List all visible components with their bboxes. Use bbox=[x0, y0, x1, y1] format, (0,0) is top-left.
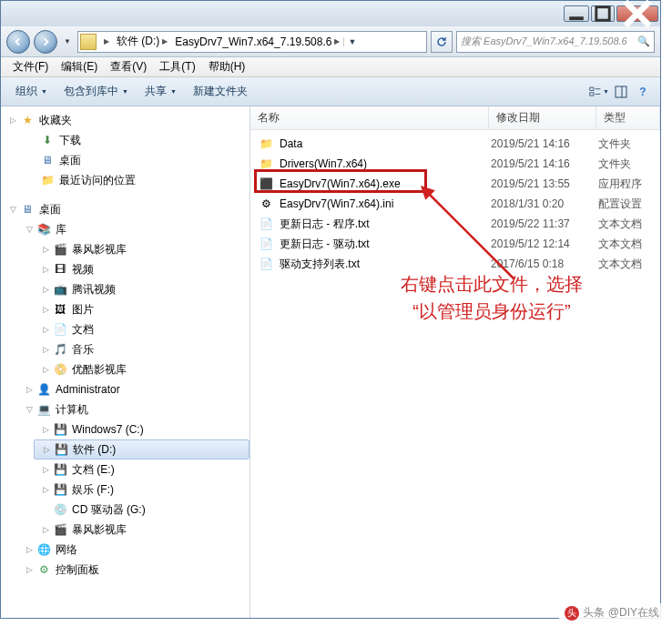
tree-controlpanel[interactable]: ▷⚙控制面板 bbox=[17, 560, 249, 580]
file-name: 更新日志 - 驱动.txt bbox=[280, 237, 370, 252]
file-list: 📁Data2019/5/21 14:16文件夹📁Drivers(Win7.x64… bbox=[250, 130, 660, 278]
watermark: 头 头条 @DIY在线 bbox=[559, 603, 665, 622]
file-date: 2019/5/21 14:16 bbox=[491, 137, 598, 150]
tree-desktop-fav[interactable]: 🖥桌面 bbox=[21, 150, 249, 170]
tree-pictures[interactable]: ▷🖼图片 bbox=[34, 299, 249, 319]
address-dropdown[interactable]: ▼ bbox=[343, 37, 360, 46]
breadcrumb-root[interactable]: ▶ bbox=[100, 37, 113, 45]
file-icon: 📄 bbox=[258, 257, 274, 271]
col-name[interactable]: 名称 bbox=[250, 106, 489, 129]
navbar: ▼ ▶ 软件 (D:)▶ EasyDrv7_Win7.x64_7.19.508.… bbox=[1, 26, 660, 57]
col-date[interactable]: 修改日期 bbox=[489, 106, 596, 129]
file-row[interactable]: 📄更新日志 - 程序.txt2019/5/22 11:37文本文档 bbox=[250, 214, 660, 234]
file-name: Drivers(Win7.x64) bbox=[280, 157, 367, 170]
file-icon: ⚙ bbox=[258, 197, 274, 211]
menu-view[interactable]: 查看(V) bbox=[104, 57, 153, 76]
menu-file[interactable]: 文件(F) bbox=[6, 57, 55, 76]
file-pane: 名称 修改日期 类型 📁Data2019/5/21 14:16文件夹📁Drive… bbox=[250, 106, 660, 618]
file-row[interactable]: ⬛EasyDrv7(Win7.x64).exe2019/5/21 13:55应用… bbox=[250, 174, 660, 194]
file-name: 更新日志 - 程序.txt bbox=[280, 217, 370, 232]
preview-pane-icon[interactable] bbox=[611, 82, 631, 102]
svg-rect-1 bbox=[596, 7, 609, 20]
breadcrumb-drive[interactable]: 软件 (D:)▶ bbox=[113, 34, 171, 49]
file-row[interactable]: 📄更新日志 - 驱动.txt2019/5/12 12:14文本文档 bbox=[250, 234, 660, 254]
file-date: 2019/5/22 11:37 bbox=[491, 217, 598, 230]
tree-downloads[interactable]: ⬇下载 bbox=[21, 130, 249, 150]
tree-drive-d[interactable]: ▷💾软件 (D:) bbox=[34, 439, 249, 459]
help-icon[interactable]: ? bbox=[633, 82, 653, 102]
address-bar[interactable]: ▶ 软件 (D:)▶ EasyDrv7_Win7.x64_7.19.508.6▶… bbox=[77, 31, 427, 53]
tool-share[interactable]: 共享▼ bbox=[137, 80, 184, 103]
tree-drive-f[interactable]: ▷💾娱乐 (F:) bbox=[34, 480, 249, 500]
file-type: 文本文档 bbox=[598, 217, 642, 232]
file-icon: 📁 bbox=[258, 156, 274, 171]
back-button[interactable] bbox=[6, 30, 30, 54]
file-date: 2018/1/31 0:20 bbox=[491, 197, 598, 210]
tree-baofeng[interactable]: ▷🎬暴风影视库 bbox=[34, 239, 249, 259]
tree-computer[interactable]: ▽💻计算机 bbox=[17, 399, 249, 419]
breadcrumb-folder[interactable]: EasyDrv7_Win7.x64_7.19.508.6▶ bbox=[171, 35, 343, 48]
tree-documents[interactable]: ▷📄文档 bbox=[34, 319, 249, 339]
tool-newfolder[interactable]: 新建文件夹 bbox=[186, 80, 255, 103]
menu-help[interactable]: 帮助(H) bbox=[202, 57, 252, 76]
svg-rect-5 bbox=[590, 92, 594, 95]
forward-button[interactable] bbox=[34, 30, 57, 54]
tree-cd-drive[interactable]: 💿CD 驱动器 (G:) bbox=[34, 500, 249, 520]
titlebar bbox=[1, 1, 660, 26]
tool-organize[interactable]: 组织▼ bbox=[8, 80, 55, 103]
menu-edit[interactable]: 编辑(E) bbox=[55, 57, 104, 76]
file-type: 文本文档 bbox=[598, 237, 642, 252]
file-name: EasyDrv7(Win7.x64).exe bbox=[280, 177, 401, 190]
toolbar: 组织▼ 包含到库中▼ 共享▼ 新建文件夹 ▼ ? bbox=[1, 77, 660, 106]
tree-desktop[interactable]: ▽🖥桌面 bbox=[1, 199, 249, 219]
file-icon: 📄 bbox=[258, 237, 274, 251]
maximize-button[interactable] bbox=[591, 5, 615, 22]
tree-youku[interactable]: ▷📀优酷影视库 bbox=[34, 359, 249, 379]
file-row[interactable]: 📁Drivers(Win7.x64)2019/5/21 14:16文件夹 bbox=[250, 154, 660, 174]
tree-tencent[interactable]: ▷📺腾讯视频 bbox=[34, 279, 249, 299]
col-type[interactable]: 类型 bbox=[596, 106, 660, 129]
explorer-window: ▼ ▶ 软件 (D:)▶ EasyDrv7_Win7.x64_7.19.508.… bbox=[0, 0, 661, 619]
file-name: 驱动支持列表.txt bbox=[280, 257, 360, 272]
tree-drive-e[interactable]: ▷💾文档 (E:) bbox=[34, 459, 249, 480]
search-placeholder: 搜索 EasyDrv7_Win7.x64_7.19.508.6 bbox=[461, 35, 627, 48]
file-name: Data bbox=[280, 137, 302, 150]
tree-network[interactable]: ▷🌐网络 bbox=[17, 540, 249, 560]
search-input[interactable]: 搜索 EasyDrv7_Win7.x64_7.19.508.6 🔍 bbox=[456, 31, 655, 53]
close-button[interactable] bbox=[616, 5, 658, 22]
watermark-icon: 头 bbox=[565, 606, 579, 621]
file-type: 应用程序 bbox=[598, 177, 642, 192]
view-options-icon[interactable]: ▼ bbox=[589, 82, 609, 102]
file-icon: ⬛ bbox=[258, 177, 274, 191]
file-icon: 📄 bbox=[258, 217, 274, 231]
minimize-button[interactable] bbox=[564, 5, 589, 22]
menu-tools[interactable]: 工具(T) bbox=[153, 57, 201, 76]
file-icon: 📁 bbox=[258, 136, 274, 151]
column-header: 名称 修改日期 类型 bbox=[250, 106, 660, 130]
file-type: 配置设置 bbox=[598, 197, 642, 212]
tree-recent[interactable]: 📁最近访问的位置 bbox=[21, 170, 249, 190]
tree-baofeng2[interactable]: ▷🎬暴风影视库 bbox=[34, 520, 249, 540]
menubar: 文件(F) 编辑(E) 查看(V) 工具(T) 帮助(H) bbox=[1, 57, 660, 77]
folder-icon bbox=[80, 34, 97, 50]
tool-include[interactable]: 包含到库中▼ bbox=[56, 80, 136, 103]
file-row[interactable]: 📁Data2019/5/21 14:16文件夹 bbox=[250, 134, 660, 154]
refresh-button[interactable] bbox=[431, 31, 453, 53]
svg-rect-4 bbox=[590, 87, 594, 90]
file-type: 文件夹 bbox=[598, 156, 631, 172]
file-date: 2019/5/21 14:16 bbox=[491, 157, 598, 170]
tree-admin[interactable]: ▷👤Administrator bbox=[17, 379, 249, 399]
tree-video[interactable]: ▷🎞视频 bbox=[34, 259, 249, 279]
search-icon: 🔍 bbox=[637, 35, 650, 47]
file-row[interactable]: ⚙EasyDrv7(Win7.x64).ini2018/1/31 0:20配置设… bbox=[250, 194, 660, 214]
tree-libraries[interactable]: ▽📚库 bbox=[17, 219, 249, 239]
nav-history-dropdown[interactable]: ▼ bbox=[61, 37, 74, 45]
tree-favorites[interactable]: ▷★收藏夹 bbox=[1, 110, 249, 130]
tree-drive-c[interactable]: ▷💾Windows7 (C:) bbox=[34, 419, 249, 439]
file-date: 2017/6/15 0:18 bbox=[491, 257, 598, 270]
annotation-text: 右键点击此文件，选择 “以管理员身份运行” bbox=[369, 270, 615, 325]
file-type: 文本文档 bbox=[598, 257, 642, 272]
file-date: 2019/5/12 12:14 bbox=[491, 237, 598, 250]
file-date: 2019/5/21 13:55 bbox=[491, 177, 598, 190]
tree-music[interactable]: ▷🎵音乐 bbox=[34, 339, 249, 359]
